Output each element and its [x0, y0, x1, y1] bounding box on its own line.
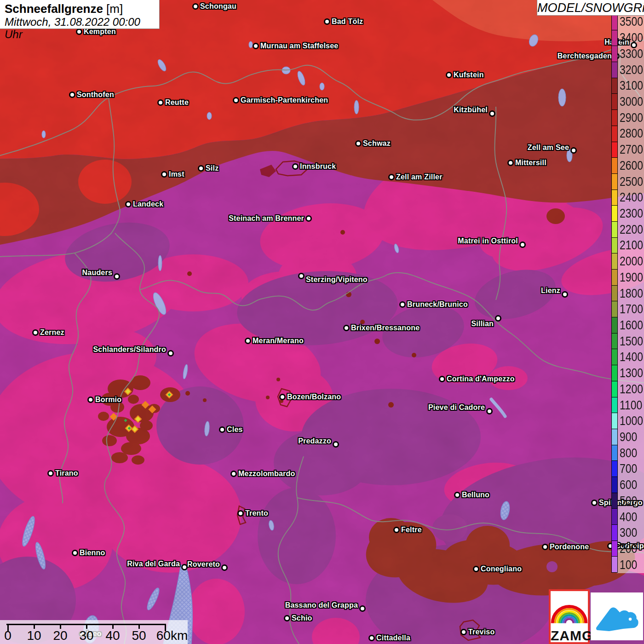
- colorbar-label: 900: [620, 431, 637, 443]
- colorbar-segment: [612, 317, 617, 334]
- model-label: MODEL/SNOWGRiD: [537, 0, 644, 16]
- colorbar-segment: [612, 413, 617, 429]
- colorbar-label: 2700: [620, 144, 643, 155]
- colorbar-segment: [612, 14, 617, 30]
- colorbar-segment: [612, 301, 617, 317]
- scalebar-label: 20: [53, 628, 67, 643]
- scalebar-label: 30: [79, 628, 93, 643]
- colorbar-label: 3300: [620, 48, 643, 60]
- colorbar-segment: [612, 78, 617, 94]
- colorbar-label: 1900: [620, 271, 643, 283]
- colorbar-segment: [612, 206, 617, 222]
- colorbar-label: 400: [620, 511, 637, 523]
- colorbar-segment: [612, 46, 617, 62]
- colorbar-segment: [612, 381, 617, 397]
- colorbar-segment: [612, 397, 617, 414]
- scalebar-label: 50: [132, 628, 146, 643]
- colorbar-label: 3100: [620, 80, 643, 92]
- colorbar-segment: [612, 334, 617, 350]
- title-datetime: Mittwoch, 31.08.2022 00:00 Uhr: [5, 16, 155, 40]
- colorbar-label: 300: [620, 527, 637, 539]
- map-canvas: [0, 0, 644, 644]
- colorbar-segment: [612, 429, 617, 445]
- colorbar-label: 700: [620, 463, 637, 475]
- colorbar-segment: [612, 253, 617, 270]
- colorbar-label: 1400: [620, 351, 643, 363]
- colorbar-label: 3200: [620, 64, 643, 76]
- colorbar-label: 2900: [620, 112, 643, 124]
- colorbar-label: 2100: [620, 239, 643, 251]
- colorbar-segment: [612, 110, 617, 126]
- colorbar-segment: [612, 557, 617, 572]
- colorbar-label: 600: [620, 479, 637, 491]
- colorbar-segment: [612, 286, 617, 302]
- colorbar-segment: [612, 222, 617, 238]
- colorbar-label: 500: [620, 495, 637, 507]
- colorbar-segment: [612, 142, 617, 158]
- colorbar-label: 1800: [620, 288, 643, 299]
- colorbar-label: 1100: [620, 399, 642, 411]
- colorbar-label: 2600: [620, 160, 643, 172]
- colorbar-segment: [612, 541, 617, 557]
- colorbar-label: 3500: [620, 16, 643, 28]
- blue-mountain-logo: [591, 592, 643, 640]
- colorbar-segment: [612, 349, 617, 365]
- map-root: SchongauBad TölzKemptenMurnau am Staffel…: [0, 0, 644, 644]
- colorbar-segment: [612, 174, 617, 190]
- mountain-cloud-icon: [591, 592, 643, 640]
- colorbar-segment: [612, 94, 617, 110]
- page-title: Schneefallgrenze [m]: [5, 2, 155, 16]
- colorbar-label: 2300: [620, 207, 643, 219]
- title-box: Schneefallgrenze [m] Mittwoch, 31.08.202…: [0, 0, 160, 29]
- colorbar-label: 1200: [620, 383, 643, 395]
- scalebar-label: 40: [105, 628, 120, 643]
- scalebar-label: 0: [4, 628, 12, 643]
- scalebar-label: 10: [27, 628, 41, 643]
- colorbar-segment: [612, 509, 617, 525]
- colorbar-label: 1300: [620, 367, 643, 379]
- colorbar-label: 2000: [620, 255, 643, 267]
- colorbar-label: 2200: [620, 224, 643, 236]
- colorbar-segment: [612, 126, 617, 142]
- colorbar-label: 200: [620, 543, 637, 555]
- colorbar-label: 2800: [620, 127, 643, 139]
- colorbar-segment: [612, 525, 617, 541]
- zamg-rainbow-icon: [551, 591, 588, 627]
- colorbar-segment: [612, 30, 617, 46]
- colorbar-segment: [612, 477, 617, 493]
- colorbar-label: 100: [620, 559, 637, 571]
- colorbar-label: 800: [620, 447, 637, 459]
- colorbar-segment: [612, 493, 617, 509]
- colorbar-label: 2500: [620, 176, 643, 188]
- colorbar-label: 3000: [620, 96, 643, 108]
- colorbar-segment: [612, 190, 617, 206]
- colorbar-segment: [612, 238, 617, 254]
- colorbar: [611, 14, 618, 573]
- colorbar-segment: [612, 445, 617, 461]
- colorbar-segment: [612, 270, 617, 286]
- colorbar-label: 3400: [620, 32, 643, 44]
- title-unit: [m]: [106, 2, 123, 16]
- colorbar-label: 1600: [620, 319, 643, 331]
- title-text: Schneefallgrenze: [5, 2, 103, 16]
- scalebar: 0102030405060km: [0, 620, 188, 644]
- colorbar-segment: [612, 62, 617, 78]
- colorbar-label: 1700: [620, 303, 643, 315]
- scalebar-label: 60km: [156, 628, 188, 643]
- colorbar-label: 1000: [620, 415, 643, 427]
- zamg-logo-text: ZAMG: [551, 629, 588, 643]
- colorbar-segment: [612, 158, 617, 174]
- colorbar-segment: [612, 461, 617, 477]
- colorbar-segment: [612, 365, 617, 381]
- colorbar-label: 1500: [620, 335, 643, 347]
- colorbar-label: 2400: [620, 191, 643, 203]
- zamg-logo: ZAMG: [549, 589, 590, 644]
